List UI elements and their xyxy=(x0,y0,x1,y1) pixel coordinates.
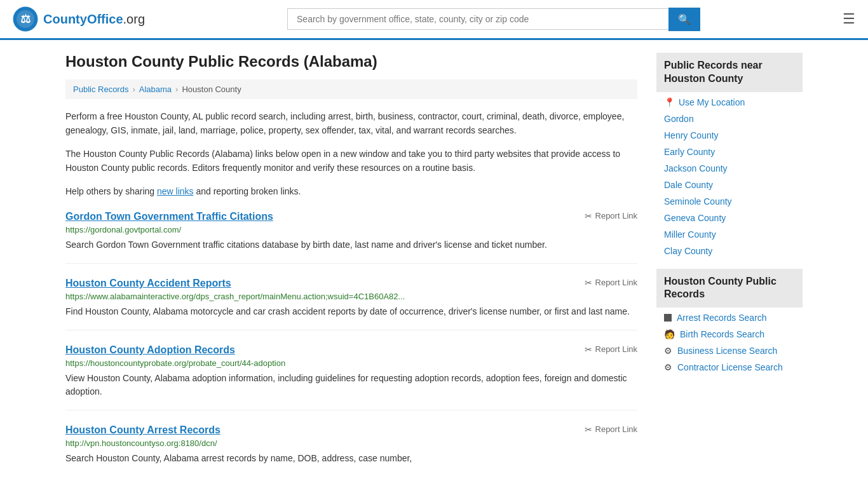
description-2: The Houston County Public Records (Alaba… xyxy=(65,147,637,175)
nearby-header: Public Records near Houston County xyxy=(656,53,803,92)
main-container: Houston County Public Records (Alabama) … xyxy=(53,40,815,488)
record-entry: Houston County Adoption Records ✂ Report… xyxy=(65,344,637,410)
nearby-link[interactable]: Early County xyxy=(664,147,715,157)
county-items-list: Arrest Records Search🧑Birth Records Sear… xyxy=(656,313,803,372)
new-links-link[interactable]: new links xyxy=(157,186,194,196)
record-url: https://gordonal.govtportal.com/ xyxy=(65,225,637,234)
report-icon: ✂ xyxy=(585,211,592,221)
record-title[interactable]: Houston County Accident Reports xyxy=(65,278,231,289)
breadcrumb: Public Records › Alabama › Houston Count… xyxy=(65,79,637,99)
record-header: Houston County Accident Reports ✂ Report… xyxy=(65,278,637,289)
breadcrumb-sep-1: › xyxy=(132,85,135,94)
menu-button[interactable]: ☰ xyxy=(843,11,855,27)
use-location-link[interactable]: Use My Location xyxy=(679,97,745,107)
svg-text:⚖: ⚖ xyxy=(20,13,31,25)
nearby-list: GordonHenry CountyEarly CountyJackson Co… xyxy=(656,114,803,256)
record-header: Houston County Adoption Records ✂ Report… xyxy=(65,344,637,356)
nearby-link[interactable]: Miller County xyxy=(664,229,716,240)
record-header: Houston County Arrest Records ✂ Report L… xyxy=(65,424,637,436)
report-label: Report Link xyxy=(595,211,637,220)
page-title: Houston County Public Records (Alabama) xyxy=(65,53,637,71)
nearby-link[interactable]: Jackson County xyxy=(664,163,728,173)
record-desc: Find Houston County, Alabama motorcycle … xyxy=(65,305,637,318)
breadcrumb-public-records[interactable]: Public Records xyxy=(73,85,128,94)
report-icon: ✂ xyxy=(585,278,592,288)
county-record-link[interactable]: Arrest Records Search xyxy=(677,313,767,323)
record-title[interactable]: Houston County Adoption Records xyxy=(65,344,235,356)
search-icon: 🔍 xyxy=(678,14,691,25)
nearby-link[interactable]: Henry County xyxy=(664,130,719,140)
nearby-section: Public Records near Houston County 📍 Use… xyxy=(656,53,803,256)
description-1: Perform a free Houston County, AL public… xyxy=(65,109,637,138)
county-record-item: ⚙Business License Search xyxy=(656,346,803,356)
hamburger-icon: ☰ xyxy=(843,11,855,27)
nearby-item: Gordon xyxy=(664,114,795,124)
record-title[interactable]: Gordon Town Government Traffic Citations xyxy=(65,211,273,222)
sidebar: Public Records near Houston County 📍 Use… xyxy=(656,53,803,488)
report-link[interactable]: ✂ Report Link xyxy=(585,344,637,355)
record-title[interactable]: Houston County Arrest Records xyxy=(65,424,220,436)
report-link[interactable]: ✂ Report Link xyxy=(585,211,637,221)
report-link[interactable]: ✂ Report Link xyxy=(585,278,637,288)
county-records-header: Houston County Public Records xyxy=(656,269,803,308)
report-icon: ✂ xyxy=(585,344,592,355)
logo-icon: ⚖ xyxy=(13,6,38,32)
nearby-link[interactable]: Dale County xyxy=(664,180,713,190)
nearby-item: Clay County xyxy=(664,246,795,256)
record-header: Gordon Town Government Traffic Citations… xyxy=(65,211,637,222)
nearby-item: Early County xyxy=(664,147,795,157)
description-3: Help others by sharing new links and rep… xyxy=(65,184,637,198)
search-input[interactable] xyxy=(287,8,668,30)
nearby-link[interactable]: Clay County xyxy=(664,246,712,256)
report-label: Report Link xyxy=(595,344,637,354)
record-desc: Search Gordon Town Government traffic ci… xyxy=(65,238,637,252)
nearby-item: Seminole County xyxy=(664,196,795,207)
square-icon xyxy=(664,314,672,322)
nearby-item: Geneva County xyxy=(664,213,795,223)
county-records-section: Houston County Public Records Arrest Rec… xyxy=(656,269,803,373)
record-desc: View Houston County, Alabama adoption in… xyxy=(65,372,637,398)
pin-icon: 📍 xyxy=(664,97,675,107)
record-entry: Houston County Accident Reports ✂ Report… xyxy=(65,278,637,330)
nearby-link[interactable]: Seminole County xyxy=(664,196,732,207)
county-record-item: 🧑Birth Records Search xyxy=(656,329,803,339)
county-record-link[interactable]: Business License Search xyxy=(677,346,777,356)
search-area: 🔍 xyxy=(287,8,700,31)
county-record-item: ⚙Contractor License Search xyxy=(656,362,803,372)
nearby-item: Henry County xyxy=(664,130,795,140)
breadcrumb-sep-2: › xyxy=(175,85,178,94)
record-url: https://www.alabamainteractive.org/dps_c… xyxy=(65,292,637,301)
records-list: Gordon Town Government Traffic Citations… xyxy=(65,211,637,477)
gear-icon: ⚙ xyxy=(664,362,672,372)
record-url: http://vpn.houstoncountyso.org:8180/dcn/ xyxy=(65,438,637,448)
report-icon: ✂ xyxy=(585,424,592,435)
use-location[interactable]: 📍 Use My Location xyxy=(656,97,803,107)
logo-text: CountyOffice.org xyxy=(43,12,145,27)
nearby-link[interactable]: Gordon xyxy=(664,114,694,124)
logo-area: ⚖ CountyOffice.org xyxy=(13,6,145,32)
record-entry: Gordon Town Government Traffic Citations… xyxy=(65,211,637,264)
nearby-item: Jackson County xyxy=(664,163,795,173)
breadcrumb-alabama[interactable]: Alabama xyxy=(139,85,172,94)
nearby-link[interactable]: Geneva County xyxy=(664,213,726,223)
header: ⚖ CountyOffice.org 🔍 ☰ xyxy=(0,0,868,40)
nearby-item: Dale County xyxy=(664,180,795,190)
county-record-link[interactable]: Contractor License Search xyxy=(677,362,783,372)
record-url: https://houstoncountyprobate.org/probate… xyxy=(65,358,637,368)
county-record-link[interactable]: Birth Records Search xyxy=(680,329,764,339)
nearby-item: Miller County xyxy=(664,229,795,240)
gear-icon: ⚙ xyxy=(664,346,672,356)
report-link[interactable]: ✂ Report Link xyxy=(585,424,637,435)
record-desc: Search Houston County, Alabama arrest re… xyxy=(65,452,637,465)
breadcrumb-houston-county: Houston County xyxy=(182,85,241,94)
search-button[interactable]: 🔍 xyxy=(668,8,700,31)
report-label: Report Link xyxy=(595,278,637,287)
county-record-item: Arrest Records Search xyxy=(656,313,803,323)
record-entry: Houston County Arrest Records ✂ Report L… xyxy=(65,424,637,477)
content: Houston County Public Records (Alabama) … xyxy=(65,53,637,488)
person-icon: 🧑 xyxy=(664,329,675,339)
report-label: Report Link xyxy=(595,424,637,434)
